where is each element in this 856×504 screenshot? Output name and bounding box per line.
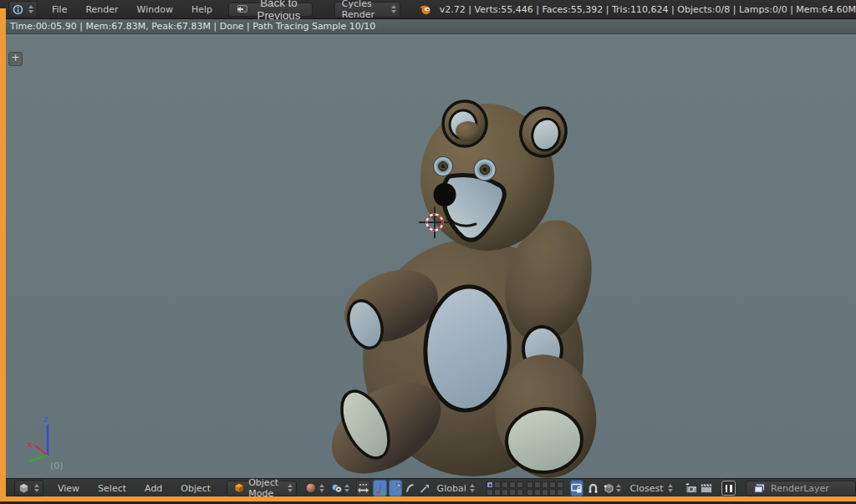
rotate-manipulator-icon [405,483,415,494]
render-layer-label: RenderLayer [771,483,829,494]
translate-manipulator-icon [374,482,386,494]
clapperboard-icon [700,482,713,494]
layer-cell[interactable] [534,481,541,488]
opengl-render-button[interactable] [685,481,698,496]
mode-stepper-icon[interactable] [288,484,293,492]
layer-cell[interactable] [549,481,556,488]
layer-grid-2[interactable] [527,481,563,496]
layer-cell[interactable] [494,489,501,496]
orientation-select[interactable]: Global [437,483,466,494]
arrow-manipulator-icon [390,483,401,494]
layer-cell[interactable] [527,489,533,496]
pivot-point-select[interactable] [331,481,344,496]
view-label: (0) [50,461,64,471]
pause-icon [726,485,728,492]
snap-element-select[interactable] [603,481,615,496]
menu-select[interactable]: Select [89,483,135,494]
layer-cell[interactable] [542,481,548,488]
layer-cell[interactable] [557,481,563,488]
layer-cell[interactable] [509,489,516,496]
engine-label: Cycles Render [342,0,386,20]
viewport-shading-select[interactable] [305,481,318,496]
viewport-editor-icon [18,483,29,494]
engine-stepper-icon[interactable] [391,5,396,13]
layer-cell[interactable] [502,489,508,496]
layer-cell[interactable] [542,489,548,496]
menu-add[interactable]: Add [135,483,171,494]
render-layer-icon [753,483,766,494]
blender-window: File Render Window Help Back to Previous… [0,0,856,504]
info-header: File Render Window Help Back to Previous… [0,0,856,19]
back-to-previous-label: Back to Previous [252,0,306,22]
editor-type-selector[interactable] [8,1,38,18]
magnet-icon [588,483,599,494]
expand-panel-button[interactable]: + [8,52,23,66]
back-icon [235,5,247,14]
manipulator-toggle[interactable] [356,480,370,496]
back-to-previous-button[interactable]: Back to Previous [228,3,313,17]
object-mode-cube-icon [234,483,244,493]
shading-stepper-icon[interactable] [319,484,324,492]
blender-logo-icon [419,3,431,15]
scene-statistics: v2.72 | Verts:55,446 | Faces:55,392 | Tr… [440,4,856,15]
axis-x-label: x [28,440,33,449]
menu-object[interactable]: Object [171,483,220,494]
editor-stepper-icon[interactable] [34,484,39,492]
layer-cell[interactable] [487,481,493,488]
menu-view[interactable]: View [48,483,89,494]
layer-cell[interactable] [509,481,516,488]
manipulator-toggle-icon [357,483,369,494]
translate-mode-button[interactable] [389,480,403,496]
layer-cell[interactable] [527,481,533,488]
orientation-stepper-icon[interactable] [470,484,475,492]
info-editor-icon [13,4,23,15]
layer-cell[interactable] [534,489,541,496]
rotate-mode-button[interactable] [404,481,416,496]
layer-cell[interactable] [502,481,508,488]
pivot-stepper-icon[interactable] [344,484,349,492]
viewport-editor-type-selector[interactable] [14,480,43,496]
snap-target-select[interactable]: Closest [629,483,663,494]
render-layer-select[interactable]: RenderLayer [746,481,856,496]
layer-cell[interactable] [557,489,563,496]
scale-mode-button[interactable] [418,481,431,496]
viewport-header: View Select Add Object Object Mode [6,478,856,497]
layer-cell[interactable] [549,489,556,496]
render-status-bar: Time:00:05.90 | Mem:67.83M, Peak:67.83M … [0,19,856,34]
opengl-render-anim-button[interactable] [700,481,713,496]
pause-render-button[interactable] [721,481,736,496]
snap-stepper-icon[interactable] [616,484,621,492]
menu-file[interactable]: File [43,4,76,15]
layer-cell[interactable] [517,481,523,488]
layer-cell[interactable] [517,489,523,496]
layer-cell[interactable] [494,481,501,488]
layer-cell[interactable] [487,489,493,496]
render-camera-icon [685,482,698,494]
render-engine-select[interactable]: Cycles Render [334,2,400,18]
viewport-3d[interactable]: z x + (0) [6,33,856,478]
axis-z-label: z [43,415,48,424]
menu-render[interactable]: Render [76,4,127,15]
shading-sphere-icon [305,482,317,494]
menu-window[interactable]: Window [128,4,182,15]
snap-element-cube-icon [604,483,614,494]
snap-target-stepper-icon[interactable] [668,484,673,492]
manipulator-axis-button[interactable] [373,480,387,496]
menu-help[interactable]: Help [182,4,222,15]
lock-to-scene-toggle[interactable] [570,480,584,496]
stepper-arrows-icon[interactable] [28,5,33,13]
mode-select[interactable]: Object Mode [227,481,297,496]
window-accent-left [0,8,6,501]
rendered-teddy-bear[interactable]: z x [6,33,856,478]
snap-toggle[interactable] [587,481,599,496]
lock-scene-icon [571,483,583,494]
pivot-point-icon [331,482,343,494]
layer-grid-1[interactable] [487,481,523,496]
axis-gizmo-icon: z x [28,415,48,461]
scale-manipulator-icon [419,483,430,494]
render-status-text: Time:00:05.90 | Mem:67.83M, Peak:67.83M … [10,21,375,32]
